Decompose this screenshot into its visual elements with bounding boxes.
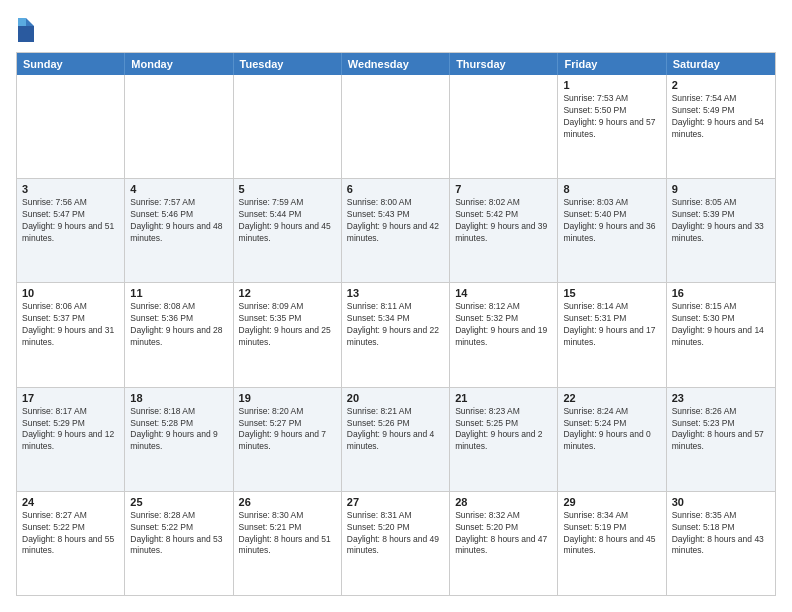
day-cell-14: 14Sunrise: 8:12 AM Sunset: 5:32 PM Dayli… [450, 283, 558, 386]
day-cell-10: 10Sunrise: 8:06 AM Sunset: 5:37 PM Dayli… [17, 283, 125, 386]
day-cell-3: 3Sunrise: 7:56 AM Sunset: 5:47 PM Daylig… [17, 179, 125, 282]
day-number: 23 [672, 392, 770, 404]
day-cell-23: 23Sunrise: 8:26 AM Sunset: 5:23 PM Dayli… [667, 388, 775, 491]
day-info: Sunrise: 8:31 AM Sunset: 5:20 PM Dayligh… [347, 510, 444, 558]
day-info: Sunrise: 7:59 AM Sunset: 5:44 PM Dayligh… [239, 197, 336, 245]
day-number: 2 [672, 79, 770, 91]
day-cell-5: 5Sunrise: 7:59 AM Sunset: 5:44 PM Daylig… [234, 179, 342, 282]
day-cell-4: 4Sunrise: 7:57 AM Sunset: 5:46 PM Daylig… [125, 179, 233, 282]
day-cell-11: 11Sunrise: 8:08 AM Sunset: 5:36 PM Dayli… [125, 283, 233, 386]
day-number: 19 [239, 392, 336, 404]
day-cell-7: 7Sunrise: 8:02 AM Sunset: 5:42 PM Daylig… [450, 179, 558, 282]
day-info: Sunrise: 8:00 AM Sunset: 5:43 PM Dayligh… [347, 197, 444, 245]
day-info: Sunrise: 8:02 AM Sunset: 5:42 PM Dayligh… [455, 197, 552, 245]
day-number: 5 [239, 183, 336, 195]
day-cell-26: 26Sunrise: 8:30 AM Sunset: 5:21 PM Dayli… [234, 492, 342, 595]
empty-cell [125, 75, 233, 178]
day-number: 15 [563, 287, 660, 299]
day-cell-28: 28Sunrise: 8:32 AM Sunset: 5:20 PM Dayli… [450, 492, 558, 595]
day-info: Sunrise: 8:17 AM Sunset: 5:29 PM Dayligh… [22, 406, 119, 454]
day-cell-30: 30Sunrise: 8:35 AM Sunset: 5:18 PM Dayli… [667, 492, 775, 595]
day-info: Sunrise: 8:08 AM Sunset: 5:36 PM Dayligh… [130, 301, 227, 349]
header [16, 16, 776, 44]
day-cell-1: 1Sunrise: 7:53 AM Sunset: 5:50 PM Daylig… [558, 75, 666, 178]
day-info: Sunrise: 8:27 AM Sunset: 5:22 PM Dayligh… [22, 510, 119, 558]
calendar-row-2: 3Sunrise: 7:56 AM Sunset: 5:47 PM Daylig… [17, 178, 775, 282]
day-cell-18: 18Sunrise: 8:18 AM Sunset: 5:28 PM Dayli… [125, 388, 233, 491]
day-cell-6: 6Sunrise: 8:00 AM Sunset: 5:43 PM Daylig… [342, 179, 450, 282]
day-number: 1 [563, 79, 660, 91]
svg-rect-2 [18, 18, 26, 26]
day-cell-9: 9Sunrise: 8:05 AM Sunset: 5:39 PM Daylig… [667, 179, 775, 282]
day-number: 7 [455, 183, 552, 195]
day-cell-15: 15Sunrise: 8:14 AM Sunset: 5:31 PM Dayli… [558, 283, 666, 386]
day-cell-20: 20Sunrise: 8:21 AM Sunset: 5:26 PM Dayli… [342, 388, 450, 491]
page: SundayMondayTuesdayWednesdayThursdayFrid… [0, 0, 792, 612]
day-number: 12 [239, 287, 336, 299]
day-cell-25: 25Sunrise: 8:28 AM Sunset: 5:22 PM Dayli… [125, 492, 233, 595]
day-info: Sunrise: 8:30 AM Sunset: 5:21 PM Dayligh… [239, 510, 336, 558]
empty-cell [450, 75, 558, 178]
day-number: 9 [672, 183, 770, 195]
day-number: 29 [563, 496, 660, 508]
logo-icon [16, 16, 36, 44]
day-info: Sunrise: 8:34 AM Sunset: 5:19 PM Dayligh… [563, 510, 660, 558]
day-cell-21: 21Sunrise: 8:23 AM Sunset: 5:25 PM Dayli… [450, 388, 558, 491]
header-cell-tuesday: Tuesday [234, 53, 342, 75]
calendar-row-3: 10Sunrise: 8:06 AM Sunset: 5:37 PM Dayli… [17, 282, 775, 386]
day-info: Sunrise: 8:21 AM Sunset: 5:26 PM Dayligh… [347, 406, 444, 454]
day-number: 10 [22, 287, 119, 299]
day-number: 21 [455, 392, 552, 404]
day-cell-16: 16Sunrise: 8:15 AM Sunset: 5:30 PM Dayli… [667, 283, 775, 386]
day-cell-12: 12Sunrise: 8:09 AM Sunset: 5:35 PM Dayli… [234, 283, 342, 386]
day-number: 27 [347, 496, 444, 508]
day-info: Sunrise: 8:05 AM Sunset: 5:39 PM Dayligh… [672, 197, 770, 245]
day-number: 3 [22, 183, 119, 195]
day-info: Sunrise: 8:09 AM Sunset: 5:35 PM Dayligh… [239, 301, 336, 349]
day-number: 14 [455, 287, 552, 299]
day-info: Sunrise: 7:56 AM Sunset: 5:47 PM Dayligh… [22, 197, 119, 245]
day-info: Sunrise: 7:54 AM Sunset: 5:49 PM Dayligh… [672, 93, 770, 141]
day-number: 8 [563, 183, 660, 195]
day-cell-2: 2Sunrise: 7:54 AM Sunset: 5:49 PM Daylig… [667, 75, 775, 178]
svg-marker-1 [18, 26, 34, 42]
day-cell-8: 8Sunrise: 8:03 AM Sunset: 5:40 PM Daylig… [558, 179, 666, 282]
day-info: Sunrise: 8:23 AM Sunset: 5:25 PM Dayligh… [455, 406, 552, 454]
empty-cell [234, 75, 342, 178]
day-number: 24 [22, 496, 119, 508]
calendar-row-5: 24Sunrise: 8:27 AM Sunset: 5:22 PM Dayli… [17, 491, 775, 595]
empty-cell [342, 75, 450, 178]
logo [16, 16, 40, 44]
day-number: 18 [130, 392, 227, 404]
day-number: 16 [672, 287, 770, 299]
day-cell-17: 17Sunrise: 8:17 AM Sunset: 5:29 PM Dayli… [17, 388, 125, 491]
day-info: Sunrise: 8:14 AM Sunset: 5:31 PM Dayligh… [563, 301, 660, 349]
calendar: SundayMondayTuesdayWednesdayThursdayFrid… [16, 52, 776, 596]
day-number: 11 [130, 287, 227, 299]
day-number: 13 [347, 287, 444, 299]
day-info: Sunrise: 8:06 AM Sunset: 5:37 PM Dayligh… [22, 301, 119, 349]
day-number: 22 [563, 392, 660, 404]
day-info: Sunrise: 8:15 AM Sunset: 5:30 PM Dayligh… [672, 301, 770, 349]
day-info: Sunrise: 8:24 AM Sunset: 5:24 PM Dayligh… [563, 406, 660, 454]
day-info: Sunrise: 7:57 AM Sunset: 5:46 PM Dayligh… [130, 197, 227, 245]
empty-cell [17, 75, 125, 178]
day-cell-22: 22Sunrise: 8:24 AM Sunset: 5:24 PM Dayli… [558, 388, 666, 491]
calendar-body: 1Sunrise: 7:53 AM Sunset: 5:50 PM Daylig… [17, 75, 775, 595]
day-info: Sunrise: 8:35 AM Sunset: 5:18 PM Dayligh… [672, 510, 770, 558]
calendar-header: SundayMondayTuesdayWednesdayThursdayFrid… [17, 53, 775, 75]
day-cell-24: 24Sunrise: 8:27 AM Sunset: 5:22 PM Dayli… [17, 492, 125, 595]
header-cell-wednesday: Wednesday [342, 53, 450, 75]
day-number: 26 [239, 496, 336, 508]
day-info: Sunrise: 8:12 AM Sunset: 5:32 PM Dayligh… [455, 301, 552, 349]
day-cell-19: 19Sunrise: 8:20 AM Sunset: 5:27 PM Dayli… [234, 388, 342, 491]
day-cell-13: 13Sunrise: 8:11 AM Sunset: 5:34 PM Dayli… [342, 283, 450, 386]
day-info: Sunrise: 8:32 AM Sunset: 5:20 PM Dayligh… [455, 510, 552, 558]
day-number: 25 [130, 496, 227, 508]
header-cell-monday: Monday [125, 53, 233, 75]
day-info: Sunrise: 8:18 AM Sunset: 5:28 PM Dayligh… [130, 406, 227, 454]
day-info: Sunrise: 8:28 AM Sunset: 5:22 PM Dayligh… [130, 510, 227, 558]
day-number: 20 [347, 392, 444, 404]
header-cell-friday: Friday [558, 53, 666, 75]
calendar-row-1: 1Sunrise: 7:53 AM Sunset: 5:50 PM Daylig… [17, 75, 775, 178]
